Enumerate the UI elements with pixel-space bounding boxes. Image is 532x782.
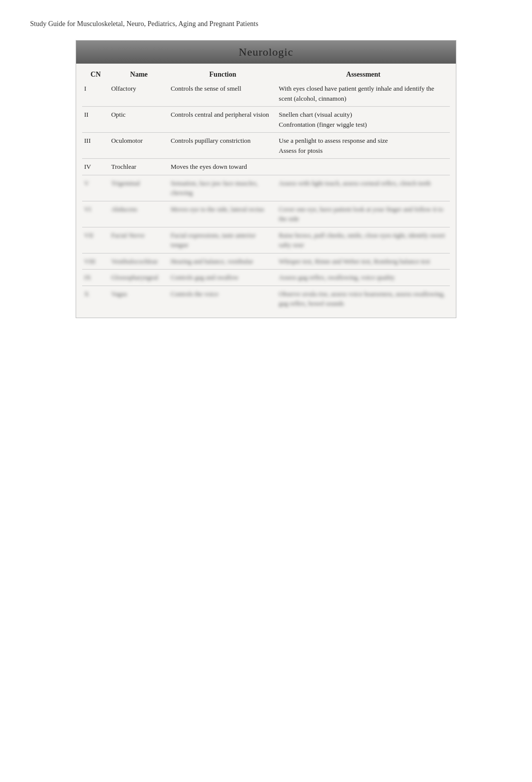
- cell-name: Facial Nerve: [109, 227, 169, 253]
- cell-assessment: Observe uvula rise, assess voice hoarsen…: [277, 286, 450, 312]
- neurologic-table-container: Neurologic CN Name Function Assessment I…: [76, 40, 456, 318]
- cell-name: Glossopharyngeal: [109, 270, 169, 286]
- cell-name: Trochlear: [109, 159, 169, 175]
- neurologic-table: CN Name Function Assessment IOlfactoryCo…: [82, 68, 450, 312]
- cell-name: Trigeminal: [109, 175, 169, 201]
- table-header: Neurologic: [76, 41, 456, 64]
- cell-function: Facial expressions, taste anterior tongu…: [169, 227, 277, 253]
- cell-name: Abducens: [109, 201, 169, 227]
- cell-name: Vagus: [109, 286, 169, 312]
- table-row: IXGlossopharyngealControls gag and swall…: [82, 270, 450, 286]
- cell-cn: X: [82, 286, 109, 312]
- cell-name: Optic: [109, 107, 169, 133]
- cell-function: Controls gag and swallow: [169, 270, 277, 286]
- cell-function: Controls central and peripheral vision: [169, 107, 277, 133]
- cell-assessment: Assess gag reflex, swallowing, voice qua…: [277, 270, 450, 286]
- cell-cn: IV: [82, 159, 109, 175]
- cell-assessment: [277, 159, 450, 175]
- cell-function: Controls pupillary constriction: [169, 133, 277, 159]
- col-header-function: Function: [169, 68, 277, 81]
- cell-function: Moves eye to the side, lateral rectus: [169, 201, 277, 227]
- col-header-cn: CN: [82, 68, 109, 81]
- table-row: VIIFacial NerveFacial expressions, taste…: [82, 227, 450, 253]
- cell-cn: VII: [82, 227, 109, 253]
- table-row: XVagusControls the voiceObserve uvula ri…: [82, 286, 450, 312]
- cell-assessment: Use a penlight to assess response and si…: [277, 133, 450, 159]
- cell-function: Moves the eyes down toward: [169, 159, 277, 175]
- table-row: IIOpticControls central and peripheral v…: [82, 107, 450, 133]
- col-header-name: Name: [109, 68, 169, 81]
- cell-cn: IX: [82, 270, 109, 286]
- cell-function: Hearing and balance, vestibular: [169, 253, 277, 270]
- cell-assessment: With eyes closed have patient gently inh…: [277, 81, 450, 107]
- table-row: VIIIVestibulocochlearHearing and balance…: [82, 253, 450, 270]
- cell-function: Controls the voice: [169, 286, 277, 312]
- cell-function: Sensation, face jaw face muscles, chewin…: [169, 175, 277, 201]
- cell-function: Controls the sense of smell: [169, 81, 277, 107]
- cell-cn: III: [82, 133, 109, 159]
- cell-name: Oculomotor: [109, 133, 169, 159]
- cell-cn: V: [82, 175, 109, 201]
- cell-cn: VI: [82, 201, 109, 227]
- cell-assessment: Cover one eye, have patient look at your…: [277, 201, 450, 227]
- table-row: VIAbducensMoves eye to the side, lateral…: [82, 201, 450, 227]
- page-title: Study Guide for Musculoskeletal, Neuro, …: [30, 20, 502, 28]
- cell-assessment: Whisper test, Rinne and Weber test, Romb…: [277, 253, 450, 270]
- cell-assessment: Raise brows, puff cheeks, smile, close e…: [277, 227, 450, 253]
- table-row: IVTrochlearMoves the eyes down toward: [82, 159, 450, 175]
- cell-name: Vestibulocochlear: [109, 253, 169, 270]
- table-row: VTrigeminalSensation, face jaw face musc…: [82, 175, 450, 201]
- cell-cn: VIII: [82, 253, 109, 270]
- cell-assessment: Snellen chart (visual acuity)Confrontati…: [277, 107, 450, 133]
- cell-name: Olfactory: [109, 81, 169, 107]
- cell-cn: II: [82, 107, 109, 133]
- table-row: IOlfactoryControls the sense of smellWit…: [82, 81, 450, 107]
- cell-assessment: Assess with light touch, assess corneal …: [277, 175, 450, 201]
- col-header-assessment: Assessment: [277, 68, 450, 81]
- table-row: IIIOculomotorControls pupillary constric…: [82, 133, 450, 159]
- cell-cn: I: [82, 81, 109, 107]
